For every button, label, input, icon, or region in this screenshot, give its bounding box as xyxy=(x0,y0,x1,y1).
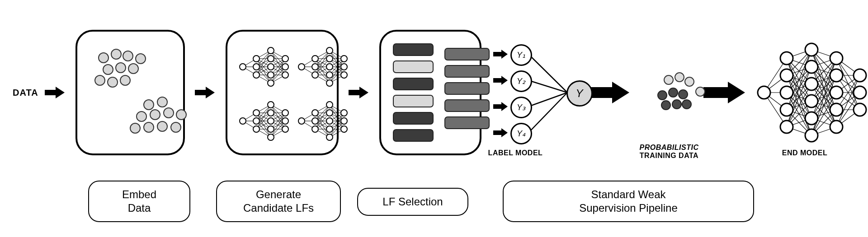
svg-point-136 xyxy=(282,126,288,132)
arrow-icon xyxy=(349,86,369,99)
arrow-icon xyxy=(493,127,509,140)
stage-embed-box: Embed Data xyxy=(88,181,190,222)
svg-point-292 xyxy=(854,103,866,116)
svg-point-170 xyxy=(298,118,305,124)
svg-point-282 xyxy=(805,95,818,107)
lf-bar xyxy=(393,129,434,142)
svg-line-270 xyxy=(836,75,860,127)
svg-marker-192 xyxy=(703,82,745,103)
svg-point-130 xyxy=(268,110,274,116)
mini-nn-icon xyxy=(236,99,291,143)
svg-point-177 xyxy=(326,126,333,132)
svg-point-44 xyxy=(282,56,288,62)
svg-point-275 xyxy=(780,69,793,82)
label-model-caption: LABEL MODEL xyxy=(472,149,558,157)
svg-point-289 xyxy=(830,121,843,133)
lf-bar xyxy=(444,65,490,78)
svg-line-186 xyxy=(528,93,567,133)
svg-point-129 xyxy=(268,102,274,108)
svg-point-286 xyxy=(830,69,843,82)
arrow-icon xyxy=(45,86,66,99)
svg-point-174 xyxy=(326,102,333,108)
data-label: DATA xyxy=(13,88,38,98)
svg-point-291 xyxy=(854,86,866,99)
end-model xyxy=(755,32,868,153)
lm-node: Y₂ xyxy=(510,70,532,92)
svg-marker-182 xyxy=(349,87,368,98)
mini-nn-icon xyxy=(295,99,349,143)
svg-marker-189 xyxy=(493,102,508,111)
svg-point-274 xyxy=(780,52,793,65)
svg-marker-187 xyxy=(493,50,508,59)
stage-generate-box: Generate Candidate LFs xyxy=(216,181,341,222)
lm-node: Y₁ xyxy=(510,44,532,66)
svg-point-45 xyxy=(282,64,288,70)
mini-nn-icon xyxy=(295,45,349,88)
label-model: Y₁ Y₂ Y₃ Y₄ Y xyxy=(487,32,585,153)
svg-point-84 xyxy=(326,47,333,54)
svg-point-178 xyxy=(326,134,333,140)
svg-point-127 xyxy=(253,118,259,124)
probabilistic-training-data xyxy=(637,32,701,153)
svg-point-179 xyxy=(341,110,347,116)
probabilistic-caption: PROBABILISTIC TRAINING DATA xyxy=(624,144,714,160)
svg-point-279 xyxy=(805,43,818,56)
arrow-icon xyxy=(493,49,509,61)
lf-selection-panel xyxy=(379,30,481,155)
lm-node: Y₃ xyxy=(510,97,532,118)
svg-point-278 xyxy=(780,121,793,133)
lf-bar xyxy=(393,60,434,73)
svg-point-126 xyxy=(253,110,259,116)
svg-point-86 xyxy=(326,64,333,70)
svg-point-80 xyxy=(298,64,305,70)
svg-point-89 xyxy=(341,56,347,62)
svg-point-132 xyxy=(268,126,274,132)
svg-point-283 xyxy=(805,112,818,125)
svg-point-39 xyxy=(268,47,274,54)
svg-point-91 xyxy=(341,72,347,78)
svg-point-82 xyxy=(312,64,318,70)
lf-bar xyxy=(393,112,434,125)
lf-bar xyxy=(444,116,490,129)
svg-point-172 xyxy=(312,118,318,124)
svg-point-180 xyxy=(341,118,347,124)
svg-point-46 xyxy=(282,72,288,78)
svg-point-83 xyxy=(312,72,318,78)
svg-point-176 xyxy=(326,118,333,124)
svg-point-88 xyxy=(326,80,333,86)
generate-lfs-panel xyxy=(226,30,339,155)
lf-bar xyxy=(393,95,434,107)
stage-select-box: LF Selection xyxy=(357,188,468,216)
svg-marker-0 xyxy=(45,87,65,98)
svg-point-128 xyxy=(253,126,259,132)
lf-bar xyxy=(393,78,434,90)
svg-point-42 xyxy=(268,72,274,78)
svg-point-175 xyxy=(326,110,333,116)
svg-point-285 xyxy=(830,52,843,65)
lf-bar xyxy=(444,99,490,112)
big-arrow-icon xyxy=(703,80,747,105)
svg-point-40 xyxy=(268,56,274,62)
svg-point-280 xyxy=(805,60,818,73)
svg-point-288 xyxy=(830,103,843,116)
svg-point-43 xyxy=(268,80,274,86)
svg-point-276 xyxy=(780,86,793,99)
arrow-icon xyxy=(195,86,216,99)
svg-point-90 xyxy=(341,64,347,70)
svg-point-36 xyxy=(253,56,259,62)
svg-point-131 xyxy=(268,118,274,124)
stage-weak-box: Standard Weak Supervision Pipeline xyxy=(503,181,754,222)
svg-point-133 xyxy=(268,134,274,140)
lm-output-node: Y xyxy=(566,80,593,107)
lm-node: Y₄ xyxy=(510,123,532,144)
svg-point-273 xyxy=(758,86,770,99)
mini-nn-icon xyxy=(236,45,291,88)
svg-marker-188 xyxy=(493,76,508,85)
svg-point-287 xyxy=(830,86,843,99)
lf-bar xyxy=(393,43,434,56)
svg-point-284 xyxy=(805,129,818,142)
svg-marker-190 xyxy=(493,128,508,137)
svg-point-135 xyxy=(282,118,288,124)
svg-line-185 xyxy=(528,93,567,107)
lf-bar xyxy=(444,48,490,60)
